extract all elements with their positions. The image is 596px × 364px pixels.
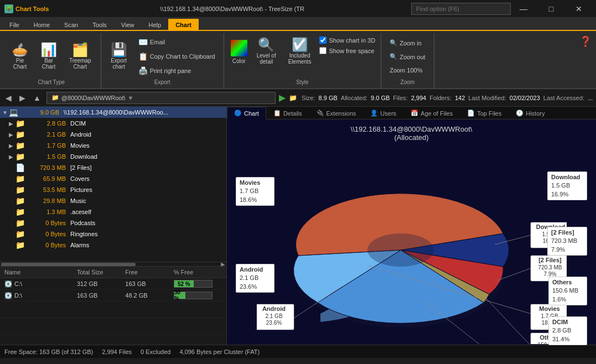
disk-panel: Name Total Size Free % Free 💽 C:\ 312 GB… [0, 266, 226, 335]
download-arrow[interactable]: ▶ [9, 154, 15, 160]
col-total-header: Total Size [77, 269, 125, 275]
download-icon: 📁 [15, 152, 25, 161]
col-free-header: Free [125, 269, 173, 275]
minimize-button[interactable]: — [511, 0, 536, 18]
files2-arrow [9, 165, 15, 171]
ringtones-size: 0 Bytes [27, 231, 66, 237]
ribbon: 🥧 PieChart 📊 BarChart 🗂️ TreemapChart Ch… [0, 31, 596, 89]
tab-file[interactable]: File [2, 19, 27, 31]
tab-scan[interactable]: Scan [57, 19, 85, 31]
tab-age-of-files[interactable]: 📅 Age of Files [403, 107, 460, 119]
zoom-out-button[interactable]: 🔍 Zoom out [386, 51, 429, 63]
svg-text:Download: Download [536, 223, 565, 230]
tab-home[interactable]: Home [27, 19, 57, 31]
tree-view[interactable]: ▼ 💻 9.0 GB \\192.168.1.34@8000\DavWWWRoo… [0, 107, 226, 262]
back-button[interactable]: ◀ [3, 92, 14, 103]
dcim-size: 2.8 GB [27, 120, 66, 127]
tab-bar: 🔵 Chart 📋 Details 🔌 Extensions 👤 Users 📅… [227, 107, 596, 119]
bar-chart-button[interactable]: 📊 BarChart [35, 40, 62, 72]
tree-item-podcasts[interactable]: 📁 0 Bytes Podcasts [0, 217, 226, 228]
last-accessed-value: ... [588, 95, 593, 101]
print-icon: 🖨️ [138, 66, 148, 75]
android-icon: 📁 [15, 130, 25, 139]
forward-button[interactable]: ▶ [17, 92, 28, 103]
tree-item-ringtones[interactable]: 📁 0 Bytes Ringtones [0, 228, 226, 240]
main-layout: ▼ 💻 9.0 GB \\192.168.1.34@8000\DavWWWRoo… [0, 107, 596, 345]
copy-chart-button[interactable]: 📋 Copy Chart to Clipboard [134, 50, 219, 63]
tree-item-pictures[interactable]: 📁 53.5 MB Pictures [0, 184, 226, 195]
disk-row-d[interactable]: 💽 D:\ 163 GB 48.2 GB 30 % [0, 290, 226, 301]
export-icon: 💾 [111, 43, 127, 56]
color-button[interactable]: Color [229, 35, 250, 69]
path-dropdown-icon: ▼ [128, 95, 134, 101]
treemap-chart-button[interactable]: 🗂️ TreemapChart [64, 40, 96, 72]
export-chart-button[interactable]: 💾 Exportchart [106, 40, 132, 72]
tree-item-music[interactable]: 📁 29.8 MB Music [0, 195, 226, 206]
music-icon: 📁 [15, 196, 25, 205]
show-3d-checkbox[interactable]: Show chart in 3D [318, 35, 376, 45]
treemap-icon: 🗂️ [72, 43, 89, 56]
up-button[interactable]: ▲ [31, 92, 43, 103]
scan-button[interactable]: ▶ [279, 92, 286, 103]
disk-header: Name Total Size Free % Free [0, 267, 226, 278]
style-label: Style [296, 77, 308, 86]
included-elements-button[interactable]: ☑️ IncludedElements [283, 35, 317, 67]
podcasts-icon: 📁 [15, 219, 25, 227]
tab-history[interactable]: 🕐 History [509, 107, 552, 119]
top-files-tab-icon: 📄 [467, 110, 475, 117]
restore-button[interactable]: □ [538, 0, 564, 18]
show-free-checkbox[interactable]: Show free space [318, 46, 376, 55]
pie-chart-wrapper[interactable]: Movies 1.7 GB 18.6% Download 1.5 GB 16.9… [232, 145, 590, 344]
ribbon-tabs: File Home Scan Tools View Help Chart [0, 18, 596, 31]
tab-chart[interactable]: 🔵 Chart [227, 107, 266, 119]
disk-d-total: 163 GB [77, 292, 125, 299]
chart-title: \\192.168.1.34@8000\DavWWWRoot\ (Allocat… [351, 125, 473, 142]
pie-chart-button[interactable]: 🥧 PieChart [7, 40, 33, 72]
tree-root[interactable]: ▼ 💻 9.0 GB \\192.168.1.34@8000\DavWWWRoo… [0, 107, 226, 118]
tab-users[interactable]: 👤 Users [363, 107, 403, 119]
email-button[interactable]: ✉️ Email [134, 35, 219, 49]
podcasts-name: Podcasts [70, 220, 95, 226]
alarms-size: 0 Bytes [27, 242, 66, 248]
horizontal-scrollbar[interactable]: ▶ [0, 262, 226, 266]
tree-item-download[interactable]: ▶ 📁 1.5 GB Download [0, 151, 226, 162]
tab-top-files[interactable]: 📄 Top Files [460, 107, 509, 119]
dcim-arrow[interactable]: ▶ [9, 121, 15, 127]
copy-icon: 📋 [138, 52, 148, 61]
svg-text:1.5 GB: 1.5 GB [542, 231, 559, 237]
disk-row-c[interactable]: 💽 C:\ 312 GB 163 GB 52 % [0, 278, 226, 290]
tree-item-covers[interactable]: 📁 65.9 MB Covers [0, 173, 226, 184]
tab-help[interactable]: Help [142, 19, 169, 31]
tree-item-alarms[interactable]: 📁 0 Bytes Alarms [0, 240, 226, 251]
svg-text:Movies: Movies [539, 305, 559, 312]
search-input[interactable] [411, 3, 511, 15]
disk-c-name: 💽 C:\ [4, 280, 77, 288]
tab-chart[interactable]: Chart [168, 19, 199, 31]
zoom-in-button[interactable]: 🔍 Zoom in [386, 37, 429, 49]
address-bar: ◀ ▶ ▲ 📁 @8000\DavWWWRoot\ ▼ ▶ 📁 Size: 8.… [0, 89, 596, 107]
tree-item-aceself[interactable]: 📁 1.3 MB .aceself [0, 206, 226, 217]
root-arrow[interactable]: ▼ [2, 110, 9, 116]
tab-extensions[interactable]: 🔌 Extensions [309, 107, 364, 119]
tree-item-dcim[interactable]: ▶ 📁 2.8 GB DCIM [0, 118, 226, 129]
android-arrow[interactable]: ▶ [9, 132, 15, 138]
root-icon: 💻 [9, 108, 18, 117]
tree-item-2files[interactable]: 📄 720.3 MB [2 Files] [0, 162, 226, 173]
col-name-header: Name [4, 269, 77, 275]
zoom-group: 🔍 Zoom in 🔍 Zoom out Zoom 100% Zoom [381, 33, 434, 89]
extensions-tab-icon: 🔌 [317, 110, 324, 117]
tree-item-android[interactable]: ▶ 📁 2.1 GB Android [0, 129, 226, 140]
level-of-detail-button[interactable]: 🔍 Level ofdetail [252, 35, 281, 67]
disk-c-bar: 52 % [174, 280, 194, 287]
tab-details[interactable]: 📋 Details [266, 107, 309, 119]
chart-tab-label: Chart [244, 110, 259, 117]
tree-item-movies[interactable]: ▶ 📁 1.7 GB Movies [0, 140, 226, 151]
help-icon[interactable]: ❓ [579, 36, 592, 47]
tab-tools[interactable]: Tools [85, 19, 114, 31]
tab-view[interactable]: View [114, 19, 142, 31]
hdd-icon: 💽 [4, 280, 12, 288]
movies-arrow[interactable]: ▶ [9, 143, 15, 149]
path-input[interactable]: 📁 @8000\DavWWWRoot\ ▼ [46, 92, 276, 104]
print-button[interactable]: 🖨️ Print right pane [134, 64, 219, 77]
close-button[interactable]: ✕ [566, 0, 592, 18]
